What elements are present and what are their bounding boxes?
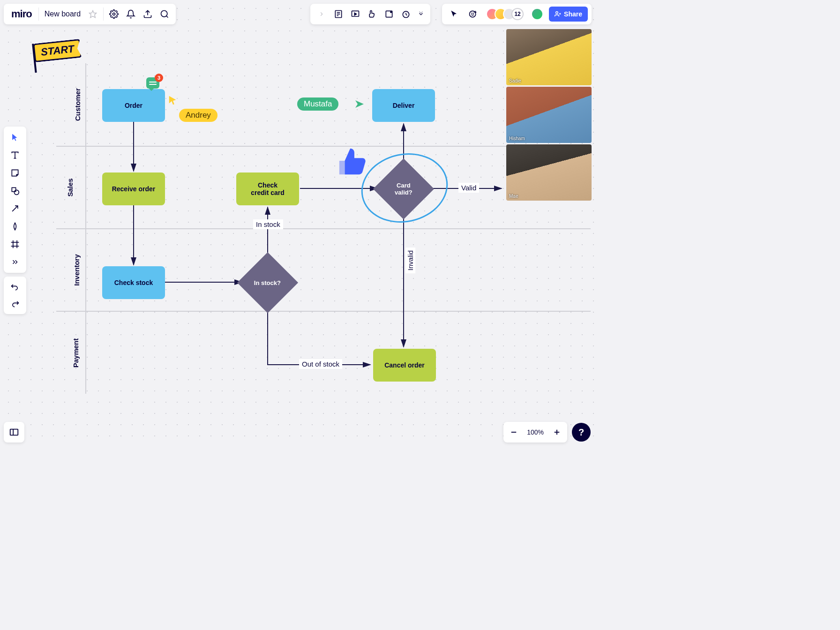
edge-label: Invalid — [405, 248, 415, 273]
video-strip: Sadie Hisham Mae — [506, 29, 592, 201]
node-order[interactable]: Order — [102, 89, 165, 122]
video-name: Sadie — [509, 78, 521, 83]
avatar-stack[interactable]: 12 — [486, 8, 524, 20]
zoom-in-icon[interactable] — [548, 424, 565, 441]
share-label: Share — [564, 10, 582, 18]
text-tool-icon[interactable] — [6, 146, 24, 164]
arrow-tool-icon[interactable] — [6, 200, 24, 218]
svg-point-27 — [14, 190, 19, 195]
divider — [103, 8, 104, 21]
timer-icon[interactable] — [398, 6, 414, 22]
video-name: Hisham — [509, 136, 525, 141]
star-icon[interactable] — [84, 6, 101, 22]
node-receive-order[interactable]: Receive order — [102, 172, 165, 205]
svg-rect-26 — [12, 188, 15, 191]
reactions-icon[interactable] — [364, 6, 381, 22]
shapes-tool-icon[interactable] — [6, 182, 24, 200]
comment-indicator[interactable]: 3 — [146, 77, 159, 89]
frame-tool-icon[interactable] — [6, 235, 24, 253]
export-icon[interactable] — [139, 6, 156, 22]
topbar-left: miro New board — [4, 4, 176, 24]
notes-icon[interactable] — [330, 6, 347, 22]
chevron-right-icon[interactable] — [313, 6, 330, 22]
toolbar-left — [4, 127, 26, 273]
zoom-out-icon[interactable] — [505, 424, 522, 441]
edge-label: Out of stock — [299, 359, 342, 369]
svg-rect-41 — [10, 429, 18, 435]
topbar-center — [310, 4, 430, 24]
settings-icon[interactable] — [105, 6, 122, 22]
cursor-mustafa-icon — [354, 98, 366, 110]
more-apps-icon[interactable] — [414, 6, 428, 22]
avatar-self[interactable] — [531, 8, 543, 20]
zoom-value[interactable]: 100% — [522, 428, 548, 436]
zoom-controls: 100% — [503, 422, 567, 442]
undo-icon[interactable] — [6, 278, 24, 295]
svg-point-21 — [556, 12, 558, 14]
select-tool-icon[interactable] — [6, 128, 24, 146]
board-title[interactable]: New board — [41, 10, 84, 18]
node-cancel-order[interactable]: Cancel order — [373, 349, 436, 382]
lane-label: Payment — [72, 338, 80, 368]
pen-tool-icon[interactable] — [6, 218, 24, 235]
comment-count-badge: 3 — [155, 74, 163, 82]
divider — [38, 8, 39, 21]
sticky-note-tool-icon[interactable] — [6, 164, 24, 182]
search-icon[interactable] — [156, 6, 173, 22]
lane-label: Inventory — [73, 254, 81, 286]
edge-label: Valid — [458, 183, 479, 193]
cursor-tag-mustafa: Mustafa — [297, 98, 338, 111]
thumbs-up-reaction[interactable] — [337, 144, 369, 177]
video-tile[interactable]: Sadie — [506, 29, 592, 85]
svg-marker-0 — [90, 11, 97, 18]
video-name: Mae — [509, 194, 518, 199]
edge-label: In stock — [253, 219, 283, 229]
more-tools-icon[interactable] — [6, 253, 24, 271]
logo[interactable]: miro — [7, 8, 37, 20]
share-button[interactable]: Share — [549, 7, 588, 22]
help-button[interactable]: ? — [572, 423, 591, 442]
cursor-tag-andrey: Andrey — [179, 109, 218, 122]
svg-line-4 — [166, 16, 168, 18]
svg-point-17 — [472, 13, 472, 14]
lane-label: Sales — [66, 178, 74, 196]
cursor-mode-icon[interactable] — [446, 6, 463, 22]
avatar-count: 12 — [511, 8, 524, 20]
svg-line-28 — [12, 206, 18, 211]
diamond-label: In stock? — [254, 279, 281, 286]
frames-icon[interactable] — [381, 6, 398, 22]
lane-payment: Payment — [56, 312, 591, 394]
present-icon[interactable] — [347, 6, 364, 22]
node-check-credit[interactable]: Check credit card — [236, 172, 299, 205]
svg-marker-10 — [354, 13, 356, 15]
node-deliver[interactable]: Deliver — [372, 89, 435, 122]
node-check-stock[interactable]: Check stock — [102, 266, 165, 299]
bell-icon[interactable] — [122, 6, 139, 22]
svg-point-1 — [113, 13, 115, 15]
minimap-toggle-icon[interactable] — [4, 422, 24, 442]
svg-point-12 — [390, 12, 392, 13]
undo-redo-panel — [4, 277, 26, 314]
video-tile[interactable]: Mae — [506, 144, 592, 201]
redo-icon[interactable] — [6, 295, 24, 312]
video-tile[interactable]: Hisham — [506, 87, 592, 143]
svg-point-18 — [473, 13, 473, 14]
lane-label: Customer — [74, 88, 82, 121]
topbar-right: 12 Share — [442, 4, 592, 24]
svg-point-3 — [161, 11, 167, 17]
reactions-add-icon[interactable] — [465, 6, 481, 22]
svg-line-15 — [406, 15, 407, 15]
cursor-andrey-icon — [168, 95, 178, 105]
